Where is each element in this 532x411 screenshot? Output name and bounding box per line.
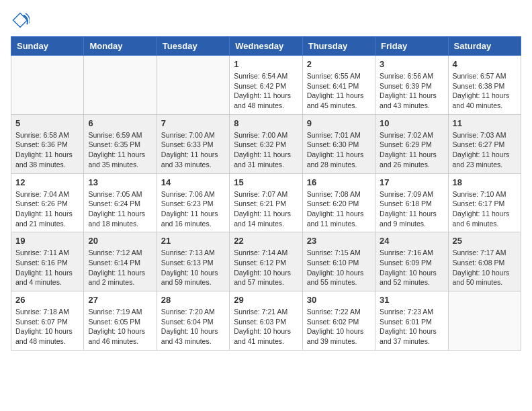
day-info: Sunrise: 7:21 AM Sunset: 6:03 PM Dayligh… — [234, 307, 298, 347]
day-number: 26 — [15, 295, 79, 305]
day-info: Sunrise: 7:22 AM Sunset: 6:02 PM Dayligh… — [307, 307, 371, 347]
calendar-week-2: 5Sunrise: 6:58 AM Sunset: 6:36 PM Daylig… — [11, 114, 521, 173]
table-row: 6Sunrise: 6:59 AM Sunset: 6:35 PM Daylig… — [84, 114, 157, 173]
day-number: 7 — [161, 118, 225, 128]
day-info: Sunrise: 7:09 AM Sunset: 6:18 PM Dayligh… — [380, 189, 443, 229]
day-info: Sunrise: 6:57 AM Sunset: 6:38 PM Dayligh… — [453, 71, 517, 111]
table-row: 13Sunrise: 7:05 AM Sunset: 6:24 PM Dayli… — [84, 173, 157, 232]
logo — [11, 11, 34, 30]
table-row: 21Sunrise: 7:13 AM Sunset: 6:13 PM Dayli… — [157, 232, 229, 291]
table-row: 1Sunrise: 6:54 AM Sunset: 6:42 PM Daylig… — [230, 56, 302, 115]
day-info: Sunrise: 7:00 AM Sunset: 6:32 PM Dayligh… — [234, 130, 298, 170]
weekday-header-row: Sunday Monday Tuesday Wednesday Thursday… — [11, 37, 521, 56]
day-number: 13 — [88, 177, 152, 187]
table-row: 25Sunrise: 7:17 AM Sunset: 6:08 PM Dayli… — [448, 232, 521, 291]
table-row: 5Sunrise: 6:58 AM Sunset: 6:36 PM Daylig… — [11, 114, 84, 173]
table-row: 18Sunrise: 7:10 AM Sunset: 6:17 PM Dayli… — [448, 173, 521, 232]
calendar-week-3: 12Sunrise: 7:04 AM Sunset: 6:26 PM Dayli… — [11, 173, 521, 232]
day-number: 12 — [15, 177, 79, 187]
day-info: Sunrise: 7:20 AM Sunset: 6:04 PM Dayligh… — [161, 307, 225, 347]
table-row: 7Sunrise: 7:00 AM Sunset: 6:33 PM Daylig… — [157, 114, 229, 173]
header-monday: Monday — [84, 37, 157, 56]
day-number: 28 — [161, 295, 225, 305]
day-info: Sunrise: 7:01 AM Sunset: 6:30 PM Dayligh… — [307, 130, 371, 170]
day-info: Sunrise: 7:08 AM Sunset: 6:20 PM Dayligh… — [307, 189, 371, 229]
day-number: 8 — [234, 118, 298, 128]
calendar-table: Sunday Monday Tuesday Wednesday Thursday… — [11, 36, 521, 351]
day-info: Sunrise: 6:55 AM Sunset: 6:41 PM Dayligh… — [307, 71, 371, 111]
table-row: 27Sunrise: 7:19 AM Sunset: 6:05 PM Dayli… — [84, 291, 157, 351]
table-row: 22Sunrise: 7:14 AM Sunset: 6:12 PM Dayli… — [230, 232, 302, 291]
table-row: 30Sunrise: 7:22 AM Sunset: 6:02 PM Dayli… — [302, 291, 375, 351]
table-row: 23Sunrise: 7:15 AM Sunset: 6:10 PM Dayli… — [302, 232, 375, 291]
day-info: Sunrise: 7:15 AM Sunset: 6:10 PM Dayligh… — [307, 248, 371, 287]
header-wednesday: Wednesday — [230, 37, 302, 56]
day-info: Sunrise: 7:07 AM Sunset: 6:21 PM Dayligh… — [234, 189, 298, 229]
day-number: 2 — [307, 59, 371, 69]
day-number: 20 — [88, 236, 152, 246]
calendar-week-4: 19Sunrise: 7:11 AM Sunset: 6:16 PM Dayli… — [11, 232, 521, 291]
table-row — [448, 291, 521, 351]
table-row: 2Sunrise: 6:55 AM Sunset: 6:41 PM Daylig… — [302, 56, 375, 115]
day-info: Sunrise: 7:17 AM Sunset: 6:08 PM Dayligh… — [453, 248, 517, 287]
day-number: 3 — [380, 59, 443, 69]
header-saturday: Saturday — [448, 37, 521, 56]
table-row: 17Sunrise: 7:09 AM Sunset: 6:18 PM Dayli… — [375, 173, 448, 232]
table-row: 24Sunrise: 7:16 AM Sunset: 6:09 PM Dayli… — [375, 232, 448, 291]
table-row — [84, 56, 157, 115]
logo-icon — [11, 11, 30, 30]
day-info: Sunrise: 6:59 AM Sunset: 6:35 PM Dayligh… — [88, 130, 152, 170]
day-info: Sunrise: 7:02 AM Sunset: 6:29 PM Dayligh… — [380, 130, 443, 170]
table-row: 10Sunrise: 7:02 AM Sunset: 6:29 PM Dayli… — [375, 114, 448, 173]
day-number: 23 — [307, 236, 371, 246]
day-number: 17 — [380, 177, 443, 187]
day-number: 16 — [307, 177, 371, 187]
day-number: 1 — [234, 59, 298, 69]
day-number: 24 — [380, 236, 443, 246]
calendar-week-1: 1Sunrise: 6:54 AM Sunset: 6:42 PM Daylig… — [11, 56, 521, 115]
day-info: Sunrise: 6:58 AM Sunset: 6:36 PM Dayligh… — [15, 130, 79, 170]
calendar-week-5: 26Sunrise: 7:18 AM Sunset: 6:07 PM Dayli… — [11, 291, 521, 351]
table-row: 19Sunrise: 7:11 AM Sunset: 6:16 PM Dayli… — [11, 232, 84, 291]
day-number: 4 — [453, 59, 517, 69]
table-row: 14Sunrise: 7:06 AM Sunset: 6:23 PM Dayli… — [157, 173, 229, 232]
day-info: Sunrise: 7:12 AM Sunset: 6:14 PM Dayligh… — [88, 248, 152, 287]
table-row: 31Sunrise: 7:23 AM Sunset: 6:01 PM Dayli… — [375, 291, 448, 351]
day-number: 9 — [307, 118, 371, 128]
day-info: Sunrise: 6:56 AM Sunset: 6:39 PM Dayligh… — [380, 71, 443, 111]
day-info: Sunrise: 6:54 AM Sunset: 6:42 PM Dayligh… — [234, 71, 298, 111]
table-row: 28Sunrise: 7:20 AM Sunset: 6:04 PM Dayli… — [157, 291, 229, 351]
table-row: 26Sunrise: 7:18 AM Sunset: 6:07 PM Dayli… — [11, 291, 84, 351]
day-number: 22 — [234, 236, 298, 246]
table-row: 29Sunrise: 7:21 AM Sunset: 6:03 PM Dayli… — [230, 291, 302, 351]
table-row: 9Sunrise: 7:01 AM Sunset: 6:30 PM Daylig… — [302, 114, 375, 173]
day-info: Sunrise: 7:06 AM Sunset: 6:23 PM Dayligh… — [161, 189, 225, 229]
table-row: 11Sunrise: 7:03 AM Sunset: 6:27 PM Dayli… — [448, 114, 521, 173]
day-number: 19 — [15, 236, 79, 246]
day-number: 31 — [380, 295, 443, 305]
day-info: Sunrise: 7:18 AM Sunset: 6:07 PM Dayligh… — [15, 307, 79, 347]
day-number: 15 — [234, 177, 298, 187]
day-info: Sunrise: 7:23 AM Sunset: 6:01 PM Dayligh… — [380, 307, 443, 347]
table-row: 20Sunrise: 7:12 AM Sunset: 6:14 PM Dayli… — [84, 232, 157, 291]
day-info: Sunrise: 7:04 AM Sunset: 6:26 PM Dayligh… — [15, 189, 79, 229]
table-row: 4Sunrise: 6:57 AM Sunset: 6:38 PM Daylig… — [448, 56, 521, 115]
day-info: Sunrise: 7:16 AM Sunset: 6:09 PM Dayligh… — [380, 248, 443, 287]
day-number: 29 — [234, 295, 298, 305]
day-info: Sunrise: 7:03 AM Sunset: 6:27 PM Dayligh… — [453, 130, 517, 170]
header-sunday: Sunday — [11, 37, 84, 56]
table-row — [157, 56, 229, 115]
day-number: 27 — [88, 295, 152, 305]
day-number: 18 — [453, 177, 517, 187]
day-number: 30 — [307, 295, 371, 305]
day-info: Sunrise: 7:11 AM Sunset: 6:16 PM Dayligh… — [15, 248, 79, 287]
day-info: Sunrise: 7:14 AM Sunset: 6:12 PM Dayligh… — [234, 248, 298, 287]
day-info: Sunrise: 7:10 AM Sunset: 6:17 PM Dayligh… — [453, 189, 517, 229]
day-info: Sunrise: 7:19 AM Sunset: 6:05 PM Dayligh… — [88, 307, 152, 347]
header-thursday: Thursday — [302, 37, 375, 56]
day-info: Sunrise: 7:00 AM Sunset: 6:33 PM Dayligh… — [161, 130, 225, 170]
day-number: 5 — [15, 118, 79, 128]
day-number: 10 — [380, 118, 443, 128]
header-friday: Friday — [375, 37, 448, 56]
day-number: 25 — [453, 236, 517, 246]
